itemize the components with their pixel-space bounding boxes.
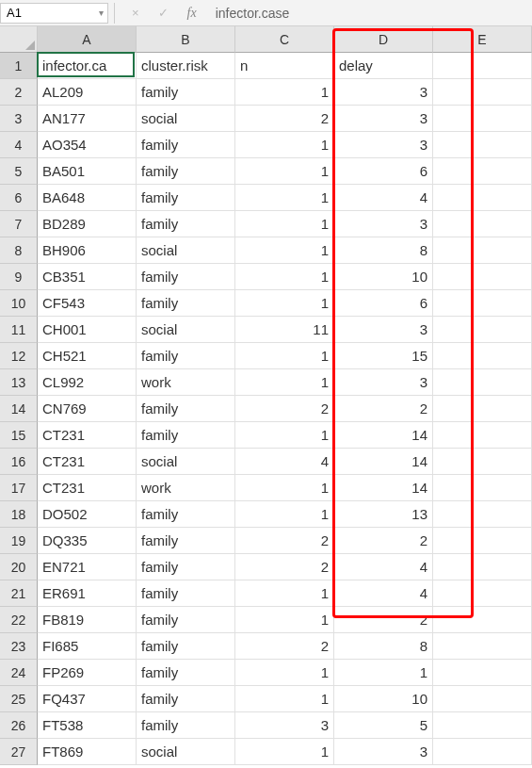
- cell[interactable]: 1: [235, 343, 334, 369]
- cell[interactable]: CH521: [38, 343, 137, 369]
- cell[interactable]: CH001: [38, 317, 137, 343]
- cell[interactable]: [433, 607, 532, 633]
- row-header[interactable]: 14: [0, 396, 38, 422]
- cell[interactable]: 1: [235, 580, 334, 607]
- cell[interactable]: 1: [235, 501, 334, 528]
- cell[interactable]: social: [137, 106, 235, 132]
- row-header[interactable]: 20: [0, 554, 38, 580]
- col-header-D[interactable]: D: [334, 26, 433, 53]
- cell[interactable]: n: [235, 53, 334, 79]
- cell[interactable]: [433, 369, 532, 396]
- cell[interactable]: 14: [334, 475, 433, 501]
- col-header-C[interactable]: C: [235, 26, 334, 53]
- cell[interactable]: 3: [334, 369, 433, 396]
- cell[interactable]: family: [137, 686, 235, 712]
- cell[interactable]: 1: [235, 686, 334, 712]
- row-header[interactable]: 13: [0, 369, 38, 396]
- row-header[interactable]: 7: [0, 211, 38, 237]
- cell[interactable]: CT231: [38, 449, 137, 475]
- cell[interactable]: 1: [235, 158, 334, 185]
- cell[interactable]: family: [137, 211, 235, 237]
- cell[interactable]: [433, 264, 532, 290]
- cell[interactable]: BD289: [38, 211, 137, 237]
- cell[interactable]: 3: [334, 79, 433, 106]
- cell[interactable]: 1: [235, 607, 334, 633]
- cell[interactable]: DQ335: [38, 528, 137, 554]
- cell[interactable]: FT538: [38, 712, 137, 739]
- cell[interactable]: [433, 422, 532, 449]
- cell[interactable]: 2: [235, 528, 334, 554]
- cell[interactable]: 1: [235, 660, 334, 686]
- cell[interactable]: [433, 185, 532, 211]
- cell[interactable]: 14: [334, 449, 433, 475]
- row-header[interactable]: 23: [0, 633, 38, 660]
- cell[interactable]: family: [137, 132, 235, 158]
- cell[interactable]: 13: [334, 501, 433, 528]
- cell[interactable]: [433, 449, 532, 475]
- col-header-E[interactable]: E: [433, 26, 532, 53]
- row-header[interactable]: 18: [0, 501, 38, 528]
- cell[interactable]: 3: [334, 106, 433, 132]
- cell[interactable]: [433, 79, 532, 106]
- cell[interactable]: 1: [235, 369, 334, 396]
- spreadsheet-grid[interactable]: ABCDE1infector.cacluster.riskndelay2AL20…: [0, 26, 532, 765]
- cell[interactable]: 10: [334, 264, 433, 290]
- row-header[interactable]: 21: [0, 580, 38, 607]
- cell[interactable]: 1: [235, 237, 334, 264]
- cell[interactable]: [433, 580, 532, 607]
- cell[interactable]: infector.ca: [38, 53, 137, 79]
- cell[interactable]: 1: [235, 290, 334, 317]
- cell[interactable]: [433, 633, 532, 660]
- row-header[interactable]: 26: [0, 712, 38, 739]
- row-header[interactable]: 24: [0, 660, 38, 686]
- row-header[interactable]: 2: [0, 79, 38, 106]
- cell[interactable]: 3: [334, 211, 433, 237]
- cell[interactable]: 5: [334, 712, 433, 739]
- row-header[interactable]: 5: [0, 158, 38, 185]
- cell[interactable]: 2: [334, 528, 433, 554]
- cell[interactable]: 1: [235, 264, 334, 290]
- cell[interactable]: 8: [334, 237, 433, 264]
- cell[interactable]: social: [137, 237, 235, 264]
- cell[interactable]: 1: [334, 660, 433, 686]
- cell[interactable]: 3: [235, 712, 334, 739]
- confirm-icon[interactable]: ✓: [158, 6, 169, 20]
- cell[interactable]: family: [137, 580, 235, 607]
- cell[interactable]: family: [137, 396, 235, 422]
- cell[interactable]: CL992: [38, 369, 137, 396]
- cell[interactable]: BA501: [38, 158, 137, 185]
- row-header[interactable]: 8: [0, 237, 38, 264]
- cell[interactable]: 1: [235, 79, 334, 106]
- cell[interactable]: family: [137, 660, 235, 686]
- cell[interactable]: social: [137, 317, 235, 343]
- cell[interactable]: [433, 686, 532, 712]
- row-header[interactable]: 19: [0, 528, 38, 554]
- cell[interactable]: family: [137, 290, 235, 317]
- row-header[interactable]: 9: [0, 264, 38, 290]
- cell[interactable]: FB819: [38, 607, 137, 633]
- cell[interactable]: FT869: [38, 739, 137, 765]
- cell[interactable]: 1: [235, 132, 334, 158]
- fx-icon[interactable]: fx: [187, 6, 197, 21]
- row-header[interactable]: 10: [0, 290, 38, 317]
- cell[interactable]: family: [137, 554, 235, 580]
- cell[interactable]: [433, 132, 532, 158]
- cell[interactable]: family: [137, 343, 235, 369]
- cancel-icon[interactable]: ×: [132, 6, 139, 20]
- row-header[interactable]: 22: [0, 607, 38, 633]
- cell[interactable]: 4: [334, 554, 433, 580]
- cell[interactable]: EN721: [38, 554, 137, 580]
- cell[interactable]: 1: [235, 211, 334, 237]
- cell[interactable]: [433, 290, 532, 317]
- row-header[interactable]: 25: [0, 686, 38, 712]
- cell[interactable]: [433, 501, 532, 528]
- cell[interactable]: FP269: [38, 660, 137, 686]
- cell[interactable]: [433, 554, 532, 580]
- cell[interactable]: AO354: [38, 132, 137, 158]
- cell[interactable]: BH906: [38, 237, 137, 264]
- cell[interactable]: BA648: [38, 185, 137, 211]
- col-header-B[interactable]: B: [137, 26, 235, 53]
- select-all-corner[interactable]: [0, 26, 38, 53]
- cell[interactable]: family: [137, 185, 235, 211]
- cell[interactable]: 4: [235, 449, 334, 475]
